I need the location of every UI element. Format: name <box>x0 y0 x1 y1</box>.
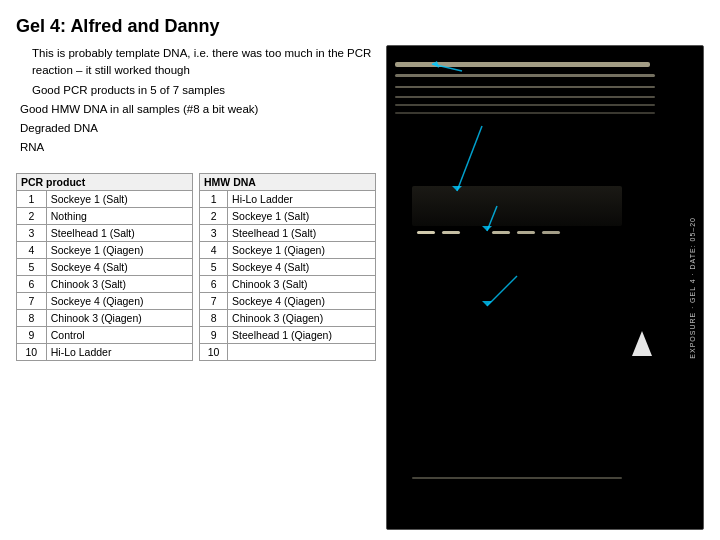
row-num: 9 <box>17 326 47 343</box>
row-num: 10 <box>17 343 47 360</box>
row-sample <box>228 343 376 360</box>
table-row: 9Steelhead 1 (Qiagen) <box>200 326 376 343</box>
table-row: 2Sockeye 1 (Salt) <box>200 207 376 224</box>
annotation-3: Good HMW DNA in all samples (#8 a bit we… <box>16 101 376 118</box>
table-area: PCR product 1Sockeye 1 (Salt)2Nothing3St… <box>16 173 376 361</box>
row-num: 8 <box>200 309 228 326</box>
svg-marker-5 <box>482 226 492 231</box>
row-sample: Chinook 3 (Salt) <box>46 275 192 292</box>
svg-line-6 <box>487 276 517 306</box>
row-num: 2 <box>17 207 47 224</box>
row-sample: Steelhead 1 (Salt) <box>228 224 376 241</box>
row-sample: Chinook 3 (Qiagen) <box>46 309 192 326</box>
row-num: 3 <box>200 224 228 241</box>
table-row: 10 <box>200 343 376 360</box>
content-area: This is probably template DNA, i.e. ther… <box>16 45 704 530</box>
row-num: 5 <box>17 258 47 275</box>
title-prefix: Gel 4: <box>16 16 66 36</box>
table-row: 4Sockeye 1 (Qiagen) <box>17 241 193 258</box>
row-sample: Sockeye 4 (Qiagen) <box>46 292 192 309</box>
left-panel: This is probably template DNA, i.e. ther… <box>16 45 376 530</box>
row-num: 7 <box>17 292 47 309</box>
annotation-1: This is probably template DNA, i.e. ther… <box>16 45 376 80</box>
row-sample: Sockeye 1 (Qiagen) <box>228 241 376 258</box>
row-sample: Hi-Lo Ladder <box>46 343 192 360</box>
svg-line-2 <box>457 126 482 191</box>
row-sample: Sockeye 4 (Salt) <box>228 258 376 275</box>
row-sample: Hi-Lo Ladder <box>228 190 376 207</box>
row-num: 10 <box>200 343 228 360</box>
table-row: 5Sockeye 4 (Salt) <box>200 258 376 275</box>
row-sample: Chinook 3 (Qiagen) <box>228 309 376 326</box>
pcr-header: PCR product <box>17 173 193 190</box>
row-num: 7 <box>200 292 228 309</box>
annotations: This is probably template DNA, i.e. ther… <box>16 45 376 159</box>
row-sample: Steelhead 1 (Salt) <box>46 224 192 241</box>
gel-image: EXPOSURE · GEL 4 · DATE: 05–20 <box>387 46 703 529</box>
annotation-5: RNA <box>16 139 376 156</box>
row-sample: Chinook 3 (Salt) <box>228 275 376 292</box>
row-sample: Nothing <box>46 207 192 224</box>
row-num: 9 <box>200 326 228 343</box>
row-num: 2 <box>200 207 228 224</box>
table-row: 7Sockeye 4 (Qiagen) <box>17 292 193 309</box>
table-row: 7Sockeye 4 (Qiagen) <box>200 292 376 309</box>
table-row: 8Chinook 3 (Qiagen) <box>200 309 376 326</box>
hmw-table: HMW DNA 1Hi-Lo Ladder2Sockeye 1 (Salt)3S… <box>199 173 376 361</box>
row-num: 8 <box>17 309 47 326</box>
annotation-2: Good PCR products in 5 of 7 samples <box>16 82 376 99</box>
annotation-4: Degraded DNA <box>16 120 376 137</box>
table-row: 6Chinook 3 (Salt) <box>17 275 193 292</box>
table-row: 10Hi-Lo Ladder <box>17 343 193 360</box>
table-row: 3Steelhead 1 (Salt) <box>200 224 376 241</box>
table-row: 6Chinook 3 (Salt) <box>200 275 376 292</box>
row-sample: Steelhead 1 (Qiagen) <box>228 326 376 343</box>
table-row: 4Sockeye 1 (Qiagen) <box>200 241 376 258</box>
title-suffix: Alfred and Danny <box>70 16 219 36</box>
row-num: 5 <box>200 258 228 275</box>
row-num: 1 <box>17 190 47 207</box>
row-num: 1 <box>200 190 228 207</box>
row-sample: Sockeye 1 (Salt) <box>46 190 192 207</box>
row-sample: Sockeye 4 (Qiagen) <box>228 292 376 309</box>
hmw-header: HMW DNA <box>200 173 376 190</box>
table-row: 3Steelhead 1 (Salt) <box>17 224 193 241</box>
arrows-overlay <box>387 46 703 529</box>
gel-image-panel: EXPOSURE · GEL 4 · DATE: 05–20 <box>386 45 704 530</box>
pcr-table: PCR product 1Sockeye 1 (Salt)2Nothing3St… <box>16 173 193 361</box>
table-row: 5Sockeye 4 (Salt) <box>17 258 193 275</box>
svg-marker-7 <box>482 301 492 306</box>
row-sample: Sockeye 4 (Salt) <box>46 258 192 275</box>
row-sample: Control <box>46 326 192 343</box>
table-row: 8Chinook 3 (Qiagen) <box>17 309 193 326</box>
page: Gel 4: Alfred and Danny This is probably… <box>0 0 720 540</box>
row-sample: Sockeye 1 (Salt) <box>228 207 376 224</box>
table-row: 9Control <box>17 326 193 343</box>
table-row: 2Nothing <box>17 207 193 224</box>
row-num: 4 <box>200 241 228 258</box>
row-sample: Sockeye 1 (Qiagen) <box>46 241 192 258</box>
svg-marker-8 <box>632 331 652 356</box>
row-num: 6 <box>200 275 228 292</box>
table-row: 1Hi-Lo Ladder <box>200 190 376 207</box>
row-num: 3 <box>17 224 47 241</box>
row-num: 4 <box>17 241 47 258</box>
table-row: 1Sockeye 1 (Salt) <box>17 190 193 207</box>
row-num: 6 <box>17 275 47 292</box>
page-title: Gel 4: Alfred and Danny <box>16 16 704 37</box>
gel-side-text: EXPOSURE · GEL 4 · DATE: 05–20 <box>683 46 701 529</box>
